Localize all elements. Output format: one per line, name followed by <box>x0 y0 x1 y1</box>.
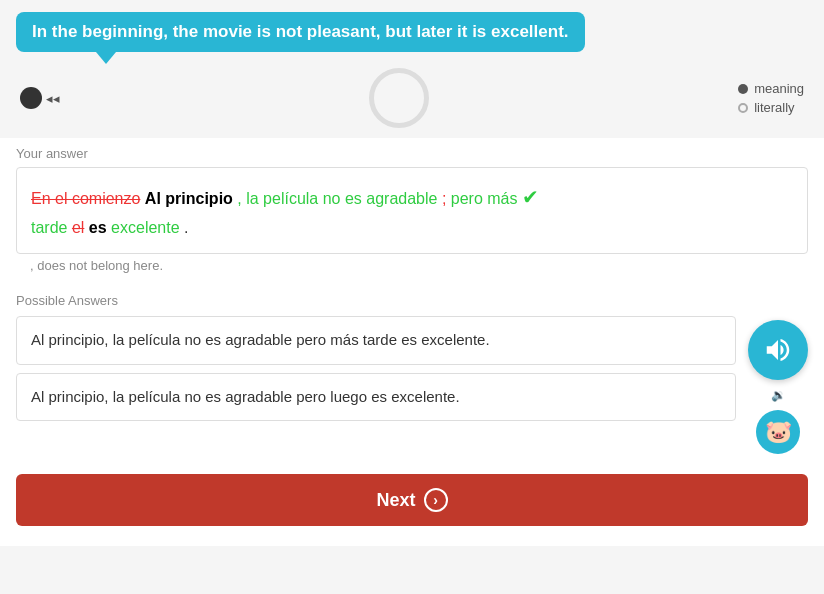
pig-icon: 🐷 <box>765 419 792 445</box>
meaning-option[interactable]: meaning <box>738 81 804 96</box>
es-text: es <box>89 219 107 236</box>
audio-button-left[interactable]: ◂◂ <box>20 87 60 109</box>
possible-answers-label: Possible Answers <box>16 293 808 308</box>
controls-row: ◂◂ meaning literally <box>0 52 824 138</box>
answers-and-btns: Al principio, la película no es agradabl… <box>16 316 808 454</box>
meaning-label: meaning <box>754 81 804 96</box>
bubble-text: In the beginning, the movie is not pleas… <box>32 22 569 41</box>
strikethrough-en-el-comienzo: En el comienzo <box>31 190 140 207</box>
next-label: Next <box>376 490 415 511</box>
possible-answers-section: Possible Answers Al principio, la pelícu… <box>0 285 824 458</box>
pig-button[interactable]: 🐷 <box>756 410 800 454</box>
literally-option[interactable]: literally <box>738 100 804 115</box>
your-answer-label: Your answer <box>16 146 808 161</box>
strikethrough-el: el <box>72 219 84 236</box>
small-audio-label: 🔉 <box>771 388 786 402</box>
green-comma-text: , la película no es agradable <box>237 190 437 207</box>
big-audio-button[interactable] <box>748 320 808 380</box>
wrong-semicolon: ; <box>442 190 446 207</box>
literally-label: literally <box>754 100 794 115</box>
answer-item-2: Al principio, la película no es agradabl… <box>16 373 736 422</box>
speech-bubble-area: In the beginning, the movie is not pleas… <box>0 0 824 52</box>
green-tarde-text: tarde <box>31 219 72 236</box>
side-buttons: 🔉 🐷 <box>748 316 808 454</box>
answer-item-1: Al principio, la película no es agradabl… <box>16 316 736 365</box>
next-button-row: Next › <box>0 458 824 546</box>
al-principio-text: Al principio <box>145 190 233 207</box>
next-circle-icon: › <box>424 488 448 512</box>
answer-box: En el comienzo Al principio , la películ… <box>16 167 808 254</box>
speech-bubble: In the beginning, the movie is not pleas… <box>16 12 585 52</box>
your-answer-section: Your answer En el comienzo Al principio … <box>0 138 824 285</box>
answer-item-2-text: Al principio, la película no es agradabl… <box>31 388 460 405</box>
audio-waves-icon: ◂◂ <box>46 91 60 106</box>
answer-item-1-text: Al principio, la película no es agradabl… <box>31 331 490 348</box>
literally-dot-empty <box>738 103 748 113</box>
comma-note: , does not belong here. <box>16 254 808 281</box>
speaker-icon <box>763 335 793 365</box>
circle-progress <box>369 68 429 128</box>
green-excelente-text: excelente <box>111 219 180 236</box>
main-container: In the beginning, the movie is not pleas… <box>0 0 824 546</box>
period-text: . <box>184 219 188 236</box>
green-pero-mas-text: pero más <box>451 190 518 207</box>
audio-dot-icon <box>20 87 42 109</box>
checkmark-icon: ✔ <box>522 186 539 208</box>
meaning-dot-filled <box>738 84 748 94</box>
next-arrow-icon: › <box>433 492 438 508</box>
answers-list: Al principio, la película no es agradabl… <box>16 316 736 421</box>
small-speaker-icon: 🔉 <box>771 388 786 402</box>
meaning-literally-options: meaning literally <box>738 81 804 115</box>
next-button[interactable]: Next › <box>16 474 808 526</box>
